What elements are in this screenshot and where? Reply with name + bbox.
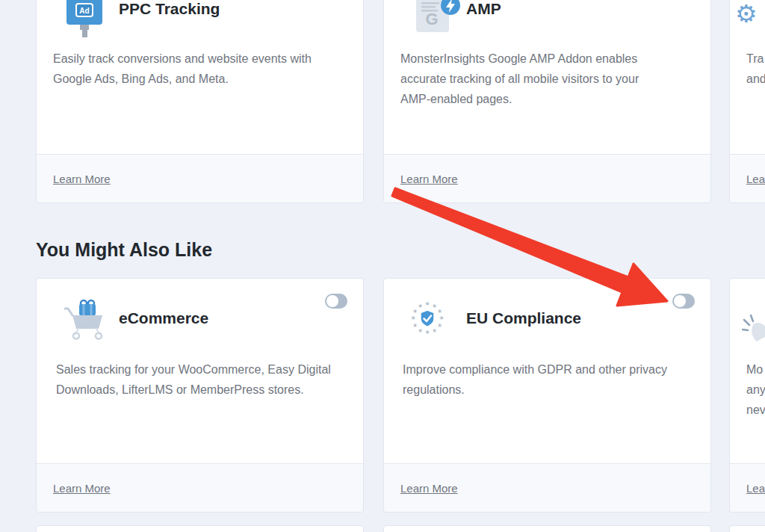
svg-text:G: G bbox=[425, 10, 438, 28]
learn-more-link[interactable]: Learn More bbox=[53, 173, 111, 185]
toggle-knob bbox=[326, 295, 338, 307]
ad-sign-icon: Ad bbox=[65, 0, 104, 40]
shopping-cart-icon bbox=[64, 297, 108, 341]
toggle-knob bbox=[674, 295, 686, 307]
addon-card-ppc-tracking: Ad PPC Tracking Easily track conversions… bbox=[36, 0, 364, 203]
eu-compliance-toggle[interactable] bbox=[672, 294, 695, 309]
announcement-icon bbox=[742, 313, 765, 347]
svg-text:★: ★ bbox=[432, 327, 437, 334]
svg-text:Ad: Ad bbox=[79, 7, 89, 15]
svg-text:★: ★ bbox=[437, 308, 442, 315]
learn-more-link[interactable]: Learn More bbox=[53, 482, 111, 495]
amp-google-doc-icon: G bbox=[416, 0, 461, 34]
addon-description: Sales tracking for your WooCommerce, Eas… bbox=[56, 359, 356, 400]
svg-text:★: ★ bbox=[410, 315, 415, 321]
card-footer: Learn More bbox=[37, 154, 363, 202]
addon-card-amp: G AMP MonsterInsights Google AMP Addon e… bbox=[383, 0, 711, 203]
svg-text:★: ★ bbox=[424, 329, 430, 335]
learn-more-link[interactable]: Learn More bbox=[400, 173, 458, 185]
svg-text:★: ★ bbox=[437, 322, 442, 329]
card-footer: Learn More bbox=[384, 463, 710, 512]
addon-card-clipped-top: ⚙ Tra and Lea bbox=[729, 0, 765, 203]
card-footer: Learn More bbox=[37, 463, 363, 512]
addon-card-eu-compliance: ★ ★ ★ ★ ★ ★ ★ ★ ★ ★ ★ ★ EU Compliance bbox=[383, 278, 711, 513]
addon-description: Tra and bbox=[746, 49, 765, 89]
addon-title: AMP bbox=[466, 0, 501, 19]
next-row-card-teaser bbox=[383, 525, 711, 532]
eu-stars-shield-icon: ★ ★ ★ ★ ★ ★ ★ ★ ★ ★ ★ ★ bbox=[409, 301, 446, 338]
svg-text:★: ★ bbox=[412, 322, 418, 329]
svg-text:★: ★ bbox=[424, 301, 430, 307]
card-footer: Lea bbox=[730, 154, 765, 202]
addon-description: Mo any nev bbox=[746, 359, 765, 420]
addon-description: MonsterInsights Google AMP Addon enables… bbox=[400, 49, 703, 109]
section-heading: You Might Also Like bbox=[36, 238, 212, 262]
addon-title: eCommerce bbox=[119, 309, 208, 328]
card-footer: Lea bbox=[730, 463, 765, 512]
svg-text:★: ★ bbox=[439, 315, 444, 321]
addon-description: Improve compliance with GDPR and other p… bbox=[403, 359, 703, 400]
svg-text:★: ★ bbox=[418, 327, 423, 334]
learn-more-link[interactable]: Lea bbox=[746, 482, 765, 495]
addon-title: EU Compliance bbox=[466, 309, 581, 328]
svg-text:★: ★ bbox=[418, 303, 423, 309]
learn-more-link[interactable]: Learn More bbox=[400, 482, 458, 495]
next-row-card-teaser bbox=[729, 525, 765, 532]
addon-description: Easily track conversions and website eve… bbox=[53, 49, 356, 89]
learn-more-link[interactable]: Lea bbox=[746, 173, 765, 185]
gear-icon: ⚙ bbox=[735, 1, 758, 26]
next-row-card-teaser bbox=[36, 525, 364, 532]
addon-card-clipped-bottom: Mo any nev Lea bbox=[729, 278, 765, 513]
addon-title: PPC Tracking bbox=[119, 0, 220, 19]
addon-card-ecommerce: eCommerce Sales tracking for your WooCom… bbox=[36, 278, 364, 513]
card-footer: Learn More bbox=[384, 154, 710, 202]
addons-page: Ad PPC Tracking Easily track conversions… bbox=[0, 0, 765, 532]
ecommerce-toggle[interactable] bbox=[325, 294, 347, 309]
